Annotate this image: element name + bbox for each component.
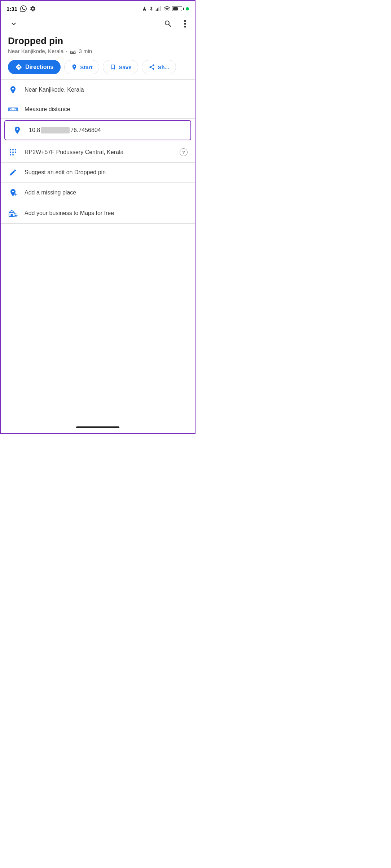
share-icon: [149, 64, 155, 70]
action-buttons-row: Directions Start Save Sh...: [1, 58, 195, 79]
title-section: Dropped pin Near Kanjikode, Kerala · 3 m…: [1, 34, 195, 58]
svg-point-21: [15, 152, 16, 153]
signal-icon: [155, 6, 162, 11]
svg-point-19: [10, 152, 11, 153]
subtitle-row: Near Kanjikode, Kerala · 3 min: [8, 48, 188, 54]
coordinates-item[interactable]: 10.876.7456804: [4, 120, 191, 140]
start-button[interactable]: Start: [64, 60, 99, 74]
measure-distance-item[interactable]: Measure distance: [1, 100, 195, 118]
grid-dots-icon: [8, 148, 18, 157]
share-label: Sh...: [158, 64, 169, 70]
start-icon: [71, 64, 78, 70]
svg-point-5: [184, 20, 186, 22]
svg-rect-26: [11, 214, 13, 216]
share-button[interactable]: Sh...: [142, 60, 176, 74]
location-subtitle: Near Kanjikode, Kerala: [8, 48, 63, 54]
search-button[interactable]: [162, 17, 175, 32]
divider-2: [1, 118, 195, 119]
plus-code-text: RP2W+57F Pudussery Central, Kerala: [25, 149, 173, 155]
svg-point-16: [10, 149, 11, 150]
svg-rect-3: [160, 6, 161, 11]
start-label: Start: [80, 64, 92, 70]
status-bar: 1:31: [1, 1, 195, 15]
settings-icon: [30, 5, 36, 12]
plus-code-item[interactable]: RP2W+57F Pudussery Central, Kerala ?: [1, 142, 195, 162]
time-display: 1:31: [6, 6, 17, 12]
help-button[interactable]: ?: [180, 148, 188, 156]
bluetooth-icon: [149, 6, 154, 12]
active-dot: [186, 7, 189, 10]
save-button[interactable]: Save: [103, 60, 138, 74]
coords-pin-icon: [12, 126, 22, 135]
coords-prefix: 10.8: [29, 127, 40, 133]
suggest-edit-text: Suggest an edit on Dropped pin: [25, 169, 188, 176]
add-business-text: Add your business to Maps for free: [25, 210, 188, 216]
whatsapp-icon: [20, 5, 27, 12]
coordinates-text: 10.876.7456804: [29, 127, 101, 133]
header-actions: [162, 17, 188, 32]
directions-icon: [15, 63, 22, 71]
battery-icon: 57: [172, 6, 184, 11]
separator: ·: [66, 48, 67, 54]
more-options-button[interactable]: [182, 17, 188, 32]
place-title: Dropped pin: [8, 35, 188, 47]
add-place-text: Add a missing place: [25, 189, 188, 196]
pencil-icon: [8, 168, 18, 176]
ruler-icon: [8, 106, 18, 112]
svg-point-6: [184, 23, 186, 25]
location-text: Near Kanjikode, Kerala: [25, 87, 188, 93]
status-icons: 57: [142, 6, 189, 12]
svg-point-17: [12, 149, 14, 150]
measure-text: Measure distance: [25, 106, 188, 113]
more-options-icon: [184, 19, 186, 28]
drive-time: 3 min: [79, 48, 92, 54]
chevron-down-icon: [9, 19, 18, 28]
location-pin-icon: [8, 86, 18, 94]
coords-blurred: [41, 127, 70, 133]
save-icon: [110, 64, 116, 70]
wifi-icon: [164, 6, 170, 11]
svg-rect-1: [157, 8, 158, 11]
chevron-down-button[interactable]: [7, 17, 20, 32]
svg-rect-2: [158, 7, 159, 11]
location-item[interactable]: Near Kanjikode, Kerala: [1, 80, 195, 100]
save-label: Save: [119, 64, 131, 70]
svg-point-22: [10, 154, 11, 155]
home-indicator: [76, 426, 119, 428]
svg-point-23: [12, 154, 14, 155]
svg-point-18: [15, 149, 16, 150]
directions-label: Directions: [25, 64, 53, 70]
svg-point-20: [12, 152, 14, 153]
car-icon: [69, 49, 76, 54]
directions-button[interactable]: Directions: [8, 60, 61, 74]
divider-7: [1, 223, 195, 224]
add-business-item[interactable]: Add your business to Maps for free: [1, 203, 195, 223]
svg-point-4: [167, 11, 167, 11]
search-icon: [164, 19, 172, 28]
suggest-edit-item[interactable]: Suggest an edit on Dropped pin: [1, 163, 195, 182]
svg-rect-0: [156, 9, 157, 11]
location-arrow-icon: [142, 6, 147, 12]
add-business-icon: [8, 209, 18, 218]
header-bar: [1, 15, 195, 34]
add-place-item[interactable]: Add a missing place: [1, 183, 195, 203]
coords-suffix: 76.7456804: [70, 127, 101, 133]
add-place-icon: [8, 188, 18, 197]
svg-point-7: [184, 26, 186, 28]
status-time: 1:31: [6, 5, 36, 12]
